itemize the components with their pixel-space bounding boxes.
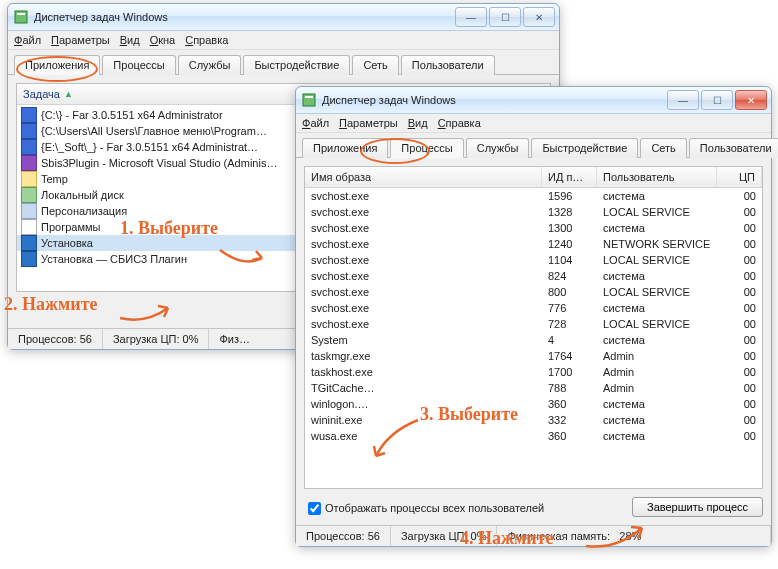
process-columns[interactable]: Имя образа ИД п… Пользователь ЦП bbox=[305, 167, 762, 188]
cell-cpu: 00 bbox=[717, 365, 762, 379]
menu-help[interactable]: Справка bbox=[185, 34, 228, 46]
cell-cpu: 00 bbox=[717, 429, 762, 443]
tab-processes[interactable]: Процессы bbox=[102, 55, 175, 75]
task-label: Установка bbox=[41, 237, 93, 249]
cell-name: wusa.exe bbox=[305, 429, 542, 443]
tab-processes[interactable]: Процессы bbox=[390, 138, 463, 158]
minimize-button[interactable]: — bbox=[667, 90, 699, 110]
cell-pid: 1596 bbox=[542, 189, 597, 203]
process-row[interactable]: TGitCache…788Admin00 bbox=[305, 380, 762, 396]
status-processes: Процессов: 56 bbox=[8, 329, 103, 349]
cell-name: System bbox=[305, 333, 542, 347]
menu-options[interactable]: Параметры bbox=[339, 117, 398, 129]
titlebar[interactable]: Диспетчер задач Windows — ☐ ✕ bbox=[296, 87, 771, 114]
process-row[interactable]: taskhost.exe1700Admin00 bbox=[305, 364, 762, 380]
cell-pid: 332 bbox=[542, 413, 597, 427]
process-list[interactable]: svchost.exe1596система00svchost.exe1328L… bbox=[305, 188, 762, 488]
window-title: Диспетчер задач Windows bbox=[322, 94, 661, 106]
cell-pid: 1764 bbox=[542, 349, 597, 363]
tab-services[interactable]: Службы bbox=[178, 55, 242, 75]
cell-pid: 728 bbox=[542, 317, 597, 331]
inst-icon bbox=[21, 235, 37, 251]
menu-options[interactable]: Параметры bbox=[51, 34, 110, 46]
process-row[interactable]: svchost.exe728LOCAL SERVICE00 bbox=[305, 316, 762, 332]
cell-name: svchost.exe bbox=[305, 269, 542, 283]
process-row[interactable]: wininit.exe332система00 bbox=[305, 412, 762, 428]
menu-file[interactable]: Файл bbox=[14, 34, 41, 46]
cell-pid: 800 bbox=[542, 285, 597, 299]
cell-user: система bbox=[597, 333, 717, 347]
tab-bar: Приложения Процессы Службы Быстродействи… bbox=[296, 133, 771, 158]
close-button[interactable]: ✕ bbox=[735, 90, 767, 110]
cell-user: Admin bbox=[597, 381, 717, 395]
end-process-button[interactable]: Завершить процесс bbox=[632, 497, 763, 517]
process-row[interactable]: svchost.exe800LOCAL SERVICE00 bbox=[305, 284, 762, 300]
cell-cpu: 00 bbox=[717, 285, 762, 299]
cell-name: taskhost.exe bbox=[305, 365, 542, 379]
cell-name: svchost.exe bbox=[305, 301, 542, 315]
cell-user: LOCAL SERVICE bbox=[597, 317, 717, 331]
svg-rect-3 bbox=[305, 96, 313, 98]
cell-cpu: 00 bbox=[717, 333, 762, 347]
process-row[interactable]: svchost.exe1300система00 bbox=[305, 220, 762, 236]
menu-windows[interactable]: Окна bbox=[150, 34, 176, 46]
tab-applications[interactable]: Приложения bbox=[302, 138, 388, 158]
task-label: Локальный диск bbox=[41, 189, 124, 201]
cell-name: taskmgr.exe bbox=[305, 349, 542, 363]
process-row[interactable]: svchost.exe1240NETWORK SERVICE00 bbox=[305, 236, 762, 252]
titlebar[interactable]: Диспетчер задач Windows — ☐ ✕ bbox=[8, 4, 559, 31]
cell-cpu: 00 bbox=[717, 237, 762, 251]
svg-rect-1 bbox=[17, 13, 25, 15]
cell-pid: 1104 bbox=[542, 253, 597, 267]
tab-performance[interactable]: Быстродействие bbox=[531, 138, 638, 158]
cell-pid: 1328 bbox=[542, 205, 597, 219]
cell-user: система bbox=[597, 429, 717, 443]
process-row[interactable]: svchost.exe1596система00 bbox=[305, 188, 762, 204]
tab-users[interactable]: Пользователи bbox=[689, 138, 778, 158]
process-row[interactable]: wusa.exe360система00 bbox=[305, 428, 762, 444]
status-cpu: Загрузка ЦП: 0% bbox=[391, 526, 498, 546]
inst-icon bbox=[21, 251, 37, 267]
tab-users[interactable]: Пользователи bbox=[401, 55, 495, 75]
show-all-users-checkbox[interactable]: Отображать процессы всех пользователей bbox=[304, 496, 548, 515]
show-all-users-input[interactable] bbox=[308, 502, 321, 515]
cell-cpu: 00 bbox=[717, 221, 762, 235]
cell-cpu: 00 bbox=[717, 189, 762, 203]
process-row[interactable]: taskmgr.exe1764Admin00 bbox=[305, 348, 762, 364]
cell-user: NETWORK SERVICE bbox=[597, 237, 717, 251]
cell-cpu: 00 bbox=[717, 397, 762, 411]
process-row[interactable]: svchost.exe1328LOCAL SERVICE00 bbox=[305, 204, 762, 220]
task-label: Temp bbox=[41, 173, 68, 185]
tab-networking[interactable]: Сеть bbox=[640, 138, 686, 158]
cell-user: система bbox=[597, 221, 717, 235]
process-row[interactable]: winlogon.…360система00 bbox=[305, 396, 762, 412]
cell-name: svchost.exe bbox=[305, 189, 542, 203]
cell-user: система bbox=[597, 269, 717, 283]
task-label: Программы bbox=[41, 221, 100, 233]
tab-services[interactable]: Службы bbox=[466, 138, 530, 158]
menu-view[interactable]: Вид bbox=[408, 117, 428, 129]
menu-view[interactable]: Вид bbox=[120, 34, 140, 46]
sort-asc-icon: ▲ bbox=[64, 89, 73, 99]
col-image-name[interactable]: Имя образа bbox=[305, 167, 542, 187]
menu-help[interactable]: Справка bbox=[438, 117, 481, 129]
cell-pid: 1240 bbox=[542, 237, 597, 251]
process-row[interactable]: svchost.exe824система00 bbox=[305, 268, 762, 284]
col-cpu[interactable]: ЦП bbox=[717, 167, 762, 187]
tab-applications[interactable]: Приложения bbox=[14, 55, 100, 75]
minimize-button[interactable]: — bbox=[455, 7, 487, 27]
process-row[interactable]: svchost.exe1104LOCAL SERVICE00 bbox=[305, 252, 762, 268]
process-row[interactable]: System4система00 bbox=[305, 332, 762, 348]
col-pid[interactable]: ИД п… bbox=[542, 167, 597, 187]
maximize-button[interactable]: ☐ bbox=[701, 90, 733, 110]
col-user[interactable]: Пользователь bbox=[597, 167, 717, 187]
menu-file[interactable]: Файл bbox=[302, 117, 329, 129]
tab-performance[interactable]: Быстродействие bbox=[243, 55, 350, 75]
process-row[interactable]: svchost.exe776система00 bbox=[305, 300, 762, 316]
cell-pid: 4 bbox=[542, 333, 597, 347]
cell-user: Admin bbox=[597, 349, 717, 363]
cell-pid: 360 bbox=[542, 397, 597, 411]
maximize-button[interactable]: ☐ bbox=[489, 7, 521, 27]
close-button[interactable]: ✕ bbox=[523, 7, 555, 27]
tab-networking[interactable]: Сеть bbox=[352, 55, 398, 75]
